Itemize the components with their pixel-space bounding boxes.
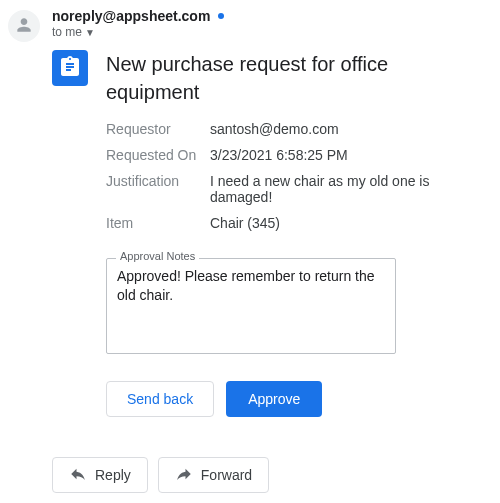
app-icon [52, 50, 88, 86]
chevron-down-icon: ▼ [85, 27, 95, 38]
field-row: Requestor santosh@demo.com [106, 116, 460, 142]
field-label-justification: Justification [106, 173, 210, 205]
reply-icon [69, 465, 87, 486]
field-value-requestor: santosh@demo.com [210, 121, 339, 137]
approval-notes-legend: Approval Notes [116, 250, 199, 262]
field-label-item: Item [106, 215, 210, 231]
field-value-requested-on: 3/23/2021 6:58:25 PM [210, 147, 348, 163]
field-label-requestor: Requestor [106, 121, 210, 137]
field-row: Requested On 3/23/2021 6:58:25 PM [106, 142, 460, 168]
field-value-item: Chair (345) [210, 215, 280, 231]
field-row: Justification I need a new chair as my o… [106, 168, 460, 210]
clipboard-icon [58, 55, 82, 82]
forward-icon [175, 465, 193, 486]
forward-label: Forward [201, 467, 252, 483]
forward-button[interactable]: Forward [158, 457, 269, 493]
send-back-button[interactable]: Send back [106, 381, 214, 417]
person-icon [14, 15, 34, 38]
unread-indicator [218, 13, 224, 19]
reply-button[interactable]: Reply [52, 457, 148, 493]
approval-notes-input[interactable] [106, 258, 396, 354]
email-subject: New purchase request for office equipmen… [106, 50, 460, 106]
sender-avatar[interactable] [8, 10, 40, 42]
approve-button[interactable]: Approve [226, 381, 322, 417]
sender-email[interactable]: noreply@appsheet.com [52, 8, 210, 24]
recipient-dropdown[interactable]: to me ▼ [52, 25, 480, 39]
field-label-requested-on: Requested On [106, 147, 210, 163]
field-row: Item Chair (345) [106, 210, 460, 236]
field-value-justification: I need a new chair as my old one is dama… [210, 173, 460, 205]
reply-label: Reply [95, 467, 131, 483]
recipient-label: to me [52, 25, 82, 39]
